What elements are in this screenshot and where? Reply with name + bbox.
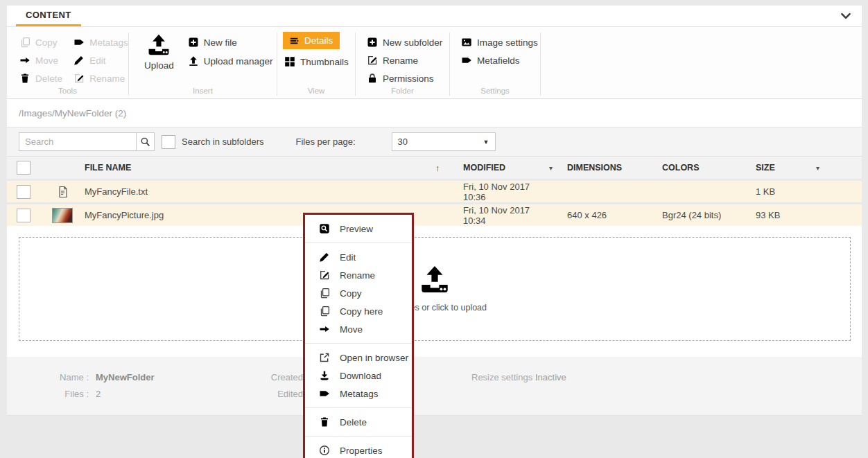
row-checkbox[interactable] xyxy=(17,209,31,222)
image-thumbnail xyxy=(52,208,73,223)
ribbon-group-tools: Copy Metatags Move Edit Delete Rename To… xyxy=(7,27,128,98)
col-dimensions[interactable]: DIMENSIONS xyxy=(567,163,662,173)
ribbon-group-label-insert: Insert xyxy=(129,87,277,95)
copy-label: Copy xyxy=(35,37,58,48)
details-label: Details xyxy=(304,35,333,46)
breadcrumb-path[interactable]: /Images/MyNewFolder (2) xyxy=(19,108,126,118)
upload-manager-icon xyxy=(188,55,199,67)
chevron-down-icon[interactable] xyxy=(840,10,852,22)
content-panel: CONTENT Copy Metatags Move Edit Delete R… xyxy=(7,6,862,416)
folder-rename-button[interactable]: Rename xyxy=(367,55,449,66)
file-name-cell[interactable]: MyFancyFile.txt xyxy=(85,186,435,197)
files-label: Files : xyxy=(7,389,89,399)
upload-manager-button[interactable]: Upload manager xyxy=(188,55,273,67)
menu-item-move[interactable]: Move xyxy=(305,320,412,338)
folder-rename-label: Rename xyxy=(383,55,418,66)
search-in-subfolders-checkbox[interactable] xyxy=(162,135,175,149)
resize-settings-value: Inactive xyxy=(535,372,566,382)
tag-icon xyxy=(73,37,85,48)
table-header: FILE NAME ↑ MODIFIED ▾ DIMENSIONS COLORS… xyxy=(7,156,862,179)
select-arrow-icon: ▼ xyxy=(483,139,489,146)
menu-item-copy-here[interactable]: Copy here xyxy=(305,302,412,320)
copy-icon xyxy=(19,37,31,48)
metatags-button[interactable]: Metatags xyxy=(73,37,128,48)
menu-item-edit[interactable]: Edit xyxy=(305,248,412,266)
menu-item-label: Rename xyxy=(340,270,375,281)
ribbon-group-label-settings: Settings xyxy=(450,87,540,95)
upload-button[interactable]: Upload xyxy=(144,34,174,83)
row-checkbox[interactable] xyxy=(17,185,31,199)
menu-item-label: Move xyxy=(340,324,363,335)
menu-item-label: Delete xyxy=(340,417,367,428)
rename-icon xyxy=(367,55,378,66)
details-view-button[interactable]: Details xyxy=(283,32,340,49)
image-settings-button[interactable]: Image settings xyxy=(461,37,540,48)
table-row-myfancyfile[interactable]: MyFancyFile.txt Fri, 10 Nov 2017 10:36 1… xyxy=(7,181,862,202)
menu-item-rename[interactable]: Rename xyxy=(305,266,412,284)
copy-button[interactable]: Copy xyxy=(19,37,62,48)
created-label: Created xyxy=(236,372,303,382)
menu-item-open-in-browser[interactable]: Open in browser xyxy=(305,349,412,367)
open-in-browser-icon xyxy=(319,352,330,363)
col-size[interactable]: SIZE xyxy=(756,163,806,173)
tab-content-label: CONTENT xyxy=(26,10,71,20)
tab-content[interactable]: CONTENT xyxy=(16,6,81,26)
select-all-checkbox[interactable] xyxy=(17,161,31,175)
table-row-myfancypicture[interactable]: MyFancyPicture.jpg Fri, 10 Nov 2017 10:3… xyxy=(7,204,862,226)
modified-cell: Fri, 10 Nov 2017 10:36 xyxy=(463,182,539,202)
metafields-button[interactable]: Metafields xyxy=(461,55,540,66)
sort-asc-icon[interactable]: ↑ xyxy=(435,163,463,173)
size-caret-icon[interactable]: ▾ xyxy=(806,164,862,172)
ribbon-group-settings: Image settings Metafields Settings xyxy=(450,27,540,98)
menu-separator xyxy=(305,436,412,437)
edit-button[interactable]: Edit xyxy=(73,55,128,66)
filter-bar: Search in subfolders Files per page: 30 … xyxy=(7,127,862,156)
name-value: MyNewFolder xyxy=(96,372,155,382)
permissions-button[interactable]: Permissions xyxy=(367,73,449,84)
menu-item-preview[interactable]: Preview xyxy=(305,220,412,238)
breadcrumb: /Images/MyNewFolder (2) xyxy=(7,99,862,127)
ribbon-group-label-folder: Folder xyxy=(356,87,449,95)
context-menu: Preview Edit Rename Copy Copy here Move … xyxy=(303,213,414,458)
menu-item-copy[interactable]: Copy xyxy=(305,284,412,302)
delete-button[interactable]: Delete xyxy=(19,73,62,84)
modified-caret-icon[interactable]: ▾ xyxy=(539,164,567,172)
move-label: Move xyxy=(35,55,58,66)
col-file-name[interactable]: FILE NAME xyxy=(85,163,435,173)
delete-label: Delete xyxy=(35,73,62,84)
upload-dropzone[interactable]: Drop files or click to upload xyxy=(19,237,851,341)
search-button[interactable] xyxy=(136,132,155,151)
folder-info-bar: Name : MyNewFolder Files : 2 Created Edi… xyxy=(7,357,862,416)
plus-square-icon xyxy=(367,37,378,48)
search-input[interactable] xyxy=(19,132,137,151)
rename-icon xyxy=(319,270,330,281)
ribbon-group-view: Details Thumbnails View xyxy=(277,27,355,98)
move-icon xyxy=(319,324,330,335)
move-icon xyxy=(19,55,31,66)
col-colors[interactable]: COLORS xyxy=(662,163,756,173)
modified-cell: Fri, 10 Nov 2017 10:34 xyxy=(463,205,539,226)
info-icon xyxy=(319,445,330,456)
edited-label: Edited xyxy=(236,389,303,399)
menu-item-delete[interactable]: Delete xyxy=(305,413,412,431)
edit-label: Edit xyxy=(89,55,105,66)
move-button[interactable]: Move xyxy=(19,55,62,66)
new-subfolder-button[interactable]: New subfolder xyxy=(367,37,449,48)
menu-item-properties[interactable]: Properties xyxy=(305,441,412,458)
permissions-label: Permissions xyxy=(383,73,434,84)
new-file-label: New file xyxy=(204,37,237,48)
menu-item-label: Copy here xyxy=(340,306,383,317)
copy-icon xyxy=(319,288,330,299)
new-file-button[interactable]: New file xyxy=(188,37,273,48)
col-modified[interactable]: MODIFIED xyxy=(463,163,539,173)
thumbnails-view-button[interactable]: Thumbnails xyxy=(284,56,355,67)
menu-separator xyxy=(305,343,412,344)
menu-item-metatags[interactable]: Metatags xyxy=(305,385,412,403)
dimensions-cell: 640 x 426 xyxy=(567,210,662,220)
upload-manager-label: Upload manager xyxy=(204,56,273,67)
files-per-page-select[interactable]: 30 ▼ xyxy=(392,132,496,151)
copy-icon xyxy=(319,306,330,317)
menu-item-download[interactable]: Download xyxy=(305,367,412,385)
rename-button[interactable]: Rename xyxy=(73,73,128,84)
drop-area: Drop files or click to upload xyxy=(7,226,862,357)
